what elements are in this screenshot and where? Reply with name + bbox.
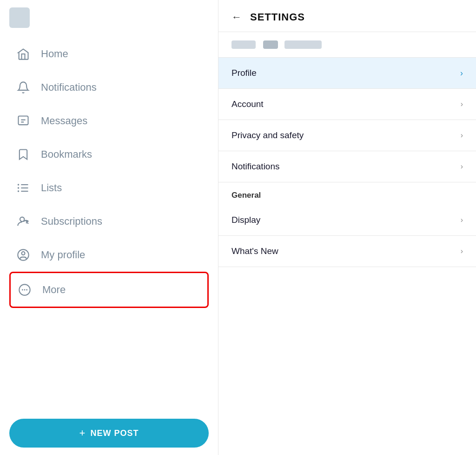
sidebar-item-label-messages: Messages xyxy=(41,115,87,127)
chevron-right-icon-profile: › xyxy=(460,68,463,78)
svg-point-4 xyxy=(18,184,20,186)
sidebar-item-label-subscriptions: Subscriptions xyxy=(41,215,102,228)
sidebar-item-lists[interactable]: Lists xyxy=(9,171,209,205)
svg-point-13 xyxy=(26,289,27,291)
profile-icon xyxy=(15,247,32,263)
settings-item-label-privacy: Privacy and safety xyxy=(231,130,304,141)
sidebar-item-bookmarks[interactable]: Bookmarks xyxy=(9,138,209,171)
bookmark-icon xyxy=(15,146,32,163)
chevron-right-icon-privacy: › xyxy=(461,131,463,140)
svg-rect-0 xyxy=(19,116,28,125)
settings-item-profile[interactable]: Profile › xyxy=(218,58,476,89)
home-icon xyxy=(15,46,32,62)
settings-item-label-notifications: Notifications xyxy=(231,161,280,172)
sidebar-item-notifications[interactable]: Notifications xyxy=(9,71,209,104)
new-post-button[interactable]: + NEW POST xyxy=(9,419,209,448)
subscriptions-icon xyxy=(15,213,32,230)
settings-item-notifications[interactable]: Notifications › xyxy=(218,151,476,182)
chevron-right-icon-account: › xyxy=(461,100,463,108)
chevron-right-icon-display: › xyxy=(461,216,463,224)
message-icon xyxy=(15,113,32,129)
settings-header: ← SETTINGS xyxy=(218,0,476,32)
general-section-label: General xyxy=(231,191,261,200)
plus-icon: + xyxy=(79,427,86,439)
sidebar: Home Notifications Messages Bookmarks xyxy=(0,0,218,455)
bell-icon xyxy=(15,79,32,96)
settings-item-privacy[interactable]: Privacy and safety › xyxy=(218,120,476,151)
sidebar-item-label-notifications: Notifications xyxy=(41,81,97,94)
settings-item-display[interactable]: Display › xyxy=(218,205,476,236)
sidebar-item-my-profile[interactable]: My profile xyxy=(9,238,209,272)
profile-name-placeholder xyxy=(284,40,322,49)
general-section-header: General xyxy=(218,182,476,205)
svg-point-11 xyxy=(22,289,23,291)
sidebar-item-label-home: Home xyxy=(41,48,68,60)
sidebar-item-label-bookmarks: Bookmarks xyxy=(41,148,92,161)
settings-item-label-whats-new: What's New xyxy=(231,246,278,256)
chevron-right-icon-whats-new: › xyxy=(461,247,463,255)
settings-item-whats-new[interactable]: What's New › xyxy=(218,236,476,267)
sidebar-item-label-my-profile: My profile xyxy=(41,249,85,261)
new-post-label: NEW POST xyxy=(90,428,139,438)
avatar-placeholder-2 xyxy=(263,40,278,49)
svg-point-6 xyxy=(18,190,20,192)
app-logo xyxy=(9,7,30,28)
more-icon xyxy=(16,281,33,298)
sidebar-item-more[interactable]: More xyxy=(9,272,209,308)
svg-point-9 xyxy=(22,252,25,255)
sidebar-item-label-lists: Lists xyxy=(41,182,62,194)
sidebar-item-home[interactable]: Home xyxy=(9,37,209,71)
svg-point-7 xyxy=(20,217,24,221)
main-panel: ← SETTINGS Profile › Account › Privacy a… xyxy=(218,0,476,455)
settings-item-label-display: Display xyxy=(231,215,260,225)
sidebar-item-label-more: More xyxy=(42,284,66,296)
settings-item-account[interactable]: Account › xyxy=(218,89,476,120)
sidebar-nav: Home Notifications Messages Bookmarks xyxy=(9,37,209,413)
svg-point-5 xyxy=(18,187,20,189)
settings-title: SETTINGS xyxy=(250,11,305,23)
list-icon xyxy=(15,180,32,196)
svg-point-12 xyxy=(24,289,26,291)
sidebar-item-messages[interactable]: Messages xyxy=(9,104,209,138)
avatar-placeholder xyxy=(231,40,256,49)
sidebar-item-subscriptions[interactable]: Subscriptions xyxy=(9,205,209,238)
back-button[interactable]: ← xyxy=(231,11,242,23)
chevron-right-icon-notifications: › xyxy=(461,162,463,171)
profile-bar xyxy=(218,32,476,58)
settings-item-label-account: Account xyxy=(231,99,264,109)
settings-list: Profile › Account › Privacy and safety ›… xyxy=(218,58,476,455)
settings-item-label-profile: Profile xyxy=(231,68,257,78)
